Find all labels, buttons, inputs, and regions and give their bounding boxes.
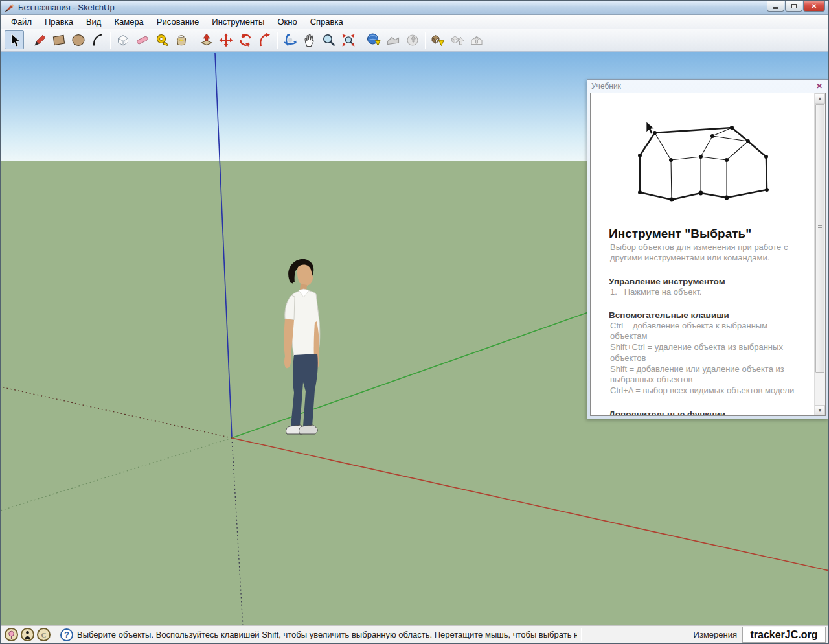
model-viewport[interactable]: Учебник ✕ — [1, 52, 828, 625]
restore-button[interactable] — [785, 1, 802, 12]
scale-figure-person[interactable] — [265, 257, 326, 444]
scroll-down-icon[interactable]: ▼ — [815, 405, 825, 415]
sketchup-logo-icon — [4, 3, 14, 13]
scrollbar-grip-icon — [818, 222, 822, 229]
pan-hand-icon — [302, 32, 317, 48]
zoom-tool-button[interactable] — [319, 30, 339, 49]
zoom-extents-icon — [341, 32, 356, 48]
rotate-tool-button[interactable] — [236, 30, 255, 49]
circle-icon — [71, 32, 86, 48]
get-models-icon — [430, 32, 446, 48]
eraser-tool-button[interactable] — [133, 30, 152, 49]
scrollbar-thumb[interactable] — [815, 104, 824, 373]
instructor-close-button[interactable]: ✕ — [815, 82, 824, 90]
orbit-icon — [282, 32, 298, 48]
getting-started-toolbar — [1, 29, 828, 52]
menu-tools[interactable]: Инструменты — [205, 15, 271, 29]
tape-measure-icon — [154, 32, 170, 48]
pencil-icon — [32, 32, 47, 48]
instructor-scrollbar[interactable]: ▲ ▼ — [814, 93, 825, 415]
pan-tool-button[interactable] — [300, 30, 319, 49]
select-tool-button[interactable] — [5, 30, 24, 49]
move-tool-button[interactable] — [216, 30, 236, 49]
status-bar: C ? Выберите объекты. Воспользуйтесь кла… — [1, 625, 828, 643]
menu-draw[interactable]: Рисование — [150, 15, 205, 29]
arc-icon — [90, 32, 106, 48]
close-button[interactable]: ✕ — [803, 1, 825, 12]
rectangle-icon — [51, 32, 67, 48]
minimize-button[interactable] — [767, 1, 784, 12]
make-component-tool-button[interactable] — [113, 30, 133, 49]
instructor-content: Инструмент "Выбрать" Выбор объектов для … — [591, 93, 814, 415]
attribution-status-button[interactable] — [21, 628, 34, 641]
menu-view[interactable]: Вид — [80, 15, 108, 29]
tutorial-line: Ctrl+A = выбор всех видимых объектов мод… — [610, 385, 806, 396]
scrollbar-track[interactable] — [815, 104, 825, 405]
rotate-icon — [238, 32, 253, 48]
instructor-title: Учебник — [591, 82, 621, 91]
attribution-person-icon — [23, 630, 32, 639]
paint-bucket-tool-button[interactable] — [172, 30, 191, 49]
menu-edit[interactable]: Правка — [38, 15, 80, 29]
line-tool-button[interactable] — [30, 30, 49, 49]
help-icon[interactable]: ? — [60, 628, 73, 641]
offset-icon — [257, 32, 273, 48]
geolocation-icon — [7, 630, 16, 639]
toolbar-separator — [277, 32, 278, 49]
menu-help[interactable]: Справка — [304, 15, 350, 29]
scroll-up-icon[interactable]: ▲ — [815, 93, 825, 104]
geolocation-status-button[interactable] — [5, 628, 18, 641]
statusbar-separator — [581, 628, 582, 641]
photo-textures-tool-button[interactable] — [403, 30, 422, 49]
toolbar-separator — [194, 32, 194, 49]
share-model-tool-button[interactable] — [448, 30, 467, 49]
instructor-panel: Учебник ✕ — [587, 79, 828, 419]
instructor-titlebar[interactable]: Учебник ✕ — [587, 80, 828, 92]
minimize-icon — [773, 7, 778, 9]
tutorial-section-heading: Дополнительные функции — [609, 409, 808, 416]
move-icon — [218, 32, 234, 48]
toolbar-separator — [110, 32, 111, 49]
offset-tool-button[interactable] — [255, 30, 275, 49]
tutorial-heading: Инструмент "Выбрать" — [609, 227, 808, 241]
tutorial-line: Ctrl = добавление объекта к выбранным об… — [610, 321, 806, 342]
get-models-tool-button[interactable] — [428, 30, 448, 49]
share-model-icon — [449, 32, 465, 48]
zoom-extents-tool-button[interactable] — [339, 30, 358, 49]
measurements-box[interactable]: trackerJC.org — [742, 627, 826, 643]
instructor-body: Инструмент "Выбрать" Выбор объектов для … — [590, 93, 826, 416]
statusbar-separator — [56, 628, 56, 641]
rectangle-tool-button[interactable] — [49, 30, 69, 49]
orbit-tool-button[interactable] — [280, 30, 300, 49]
titlebar: Без названия - SketchUp ✕ — [1, 1, 828, 15]
photo-textures-icon — [405, 32, 420, 48]
share-component-icon — [469, 32, 484, 48]
restore-icon — [791, 4, 797, 8]
tape-measure-tool-button[interactable] — [152, 30, 172, 49]
circle-tool-button[interactable] — [69, 30, 88, 49]
toolbar-separator — [361, 32, 361, 49]
credits-icon: C — [41, 631, 47, 639]
arc-tool-button[interactable] — [88, 30, 108, 49]
tutorial-line: Shift+Ctrl = удаление объекта из выбранн… — [610, 342, 806, 363]
window-title: Без названия - SketchUp — [18, 3, 115, 12]
toggle-terrain-icon — [385, 32, 401, 48]
tutorial-description: Выбор объектов для изменения при работе … — [610, 242, 805, 264]
add-location-tool-button[interactable] — [364, 30, 383, 49]
paint-bucket-icon — [174, 32, 189, 48]
credits-status-button[interactable]: C — [37, 628, 51, 641]
tutorial-house-illustration — [628, 115, 777, 218]
toggle-terrain-tool-button[interactable] — [383, 30, 403, 49]
share-component-tool-button[interactable] — [467, 30, 486, 49]
menu-camera[interactable]: Камера — [108, 15, 150, 29]
push-pull-icon — [199, 32, 214, 48]
menu-bar: Файл Правка Вид Камера Рисование Инструм… — [1, 15, 828, 29]
select-icon — [6, 32, 22, 48]
tutorial-section-heading: Управление инструментом — [609, 277, 808, 286]
menu-window[interactable]: Окно — [271, 15, 303, 29]
menu-file[interactable]: Файл — [5, 15, 38, 29]
push-pull-tool-button[interactable] — [197, 30, 216, 49]
sketchup-window: Без названия - SketchUp ✕ Файл Правка Ви… — [0, 0, 829, 644]
measurements-label: Измерения — [694, 630, 737, 639]
component-box-icon — [115, 32, 131, 48]
